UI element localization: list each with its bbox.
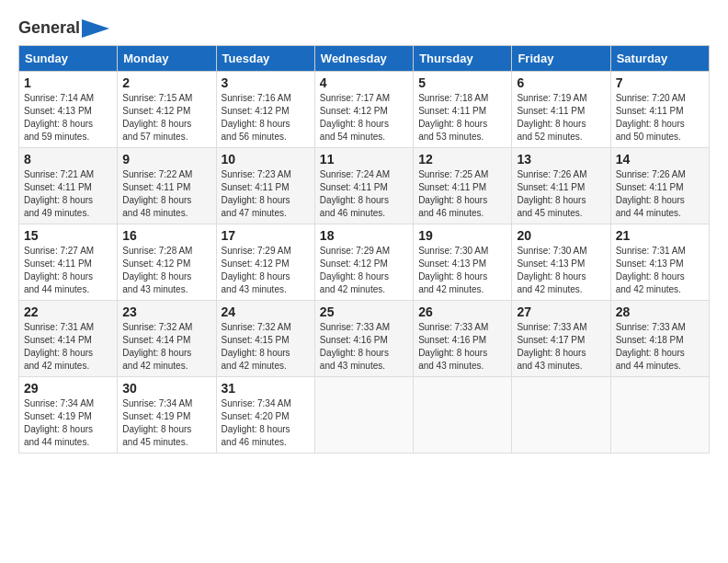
day-number: 17 — [222, 228, 310, 243]
day-number: 30 — [122, 381, 210, 396]
day-info: Sunrise: 7:25 AMSunset: 4:11 PMDaylight:… — [418, 168, 506, 220]
calendar-cell: 5 Sunrise: 7:18 AMSunset: 4:11 PMDayligh… — [414, 72, 512, 148]
calendar-cell: 10 Sunrise: 7:23 AMSunset: 4:11 PMDaylig… — [216, 148, 314, 224]
calendar-cell: 6 Sunrise: 7:19 AMSunset: 4:11 PMDayligh… — [512, 72, 610, 148]
day-info: Sunrise: 7:19 AMSunset: 4:11 PMDaylight:… — [517, 92, 605, 144]
logo-area: General — [18, 18, 109, 38]
day-info: Sunrise: 7:32 AMSunset: 4:14 PMDaylight:… — [122, 321, 210, 373]
calendar-table: SundayMondayTuesdayWednesdayThursdayFrid… — [18, 45, 710, 454]
calendar-cell: 30 Sunrise: 7:34 AMSunset: 4:19 PMDaylig… — [118, 377, 216, 454]
calendar-cell: 24 Sunrise: 7:32 AMSunset: 4:15 PMDaylig… — [216, 301, 314, 377]
calendar-cell: 18 Sunrise: 7:29 AMSunset: 4:12 PMDaylig… — [314, 224, 413, 301]
col-header-saturday: Saturday — [610, 46, 709, 72]
calendar-week-row: 15 Sunrise: 7:27 AMSunset: 4:11 PMDaylig… — [19, 224, 710, 301]
day-number: 24 — [222, 304, 310, 319]
day-number: 9 — [122, 152, 210, 167]
col-header-sunday: Sunday — [19, 46, 118, 72]
day-number: 1 — [24, 75, 112, 90]
day-number: 10 — [222, 152, 310, 167]
day-number: 11 — [320, 152, 408, 167]
day-number: 12 — [418, 152, 506, 167]
day-info: Sunrise: 7:29 AMSunset: 4:12 PMDaylight:… — [222, 245, 310, 296]
day-info: Sunrise: 7:33 AMSunset: 4:16 PMDaylight:… — [418, 321, 506, 373]
calendar-cell: 22 Sunrise: 7:31 AMSunset: 4:14 PMDaylig… — [19, 301, 118, 377]
calendar-cell — [414, 377, 512, 454]
calendar-cell: 16 Sunrise: 7:28 AMSunset: 4:12 PMDaylig… — [118, 224, 216, 301]
day-number: 21 — [616, 228, 704, 243]
day-info: Sunrise: 7:28 AMSunset: 4:12 PMDaylight:… — [122, 245, 210, 296]
calendar-cell: 11 Sunrise: 7:24 AMSunset: 4:11 PMDaylig… — [314, 148, 413, 224]
day-info: Sunrise: 7:20 AMSunset: 4:11 PMDaylight:… — [616, 92, 704, 144]
day-info: Sunrise: 7:15 AMSunset: 4:12 PMDaylight:… — [122, 92, 210, 144]
calendar-cell — [512, 377, 610, 454]
day-info: Sunrise: 7:21 AMSunset: 4:11 PMDaylight:… — [24, 168, 112, 220]
logo-arrow-icon — [82, 19, 109, 38]
calendar-cell: 1 Sunrise: 7:14 AMSunset: 4:13 PMDayligh… — [19, 72, 118, 148]
calendar-cell: 28 Sunrise: 7:33 AMSunset: 4:18 PMDaylig… — [610, 301, 709, 377]
calendar-cell: 25 Sunrise: 7:33 AMSunset: 4:16 PMDaylig… — [314, 301, 413, 377]
day-number: 13 — [517, 152, 605, 167]
day-info: Sunrise: 7:34 AMSunset: 4:20 PMDaylight:… — [222, 397, 310, 449]
day-info: Sunrise: 7:33 AMSunset: 4:18 PMDaylight:… — [616, 321, 704, 373]
day-info: Sunrise: 7:33 AMSunset: 4:16 PMDaylight:… — [320, 321, 408, 373]
day-info: Sunrise: 7:24 AMSunset: 4:11 PMDaylight:… — [320, 168, 408, 220]
calendar-week-row: 8 Sunrise: 7:21 AMSunset: 4:11 PMDayligh… — [19, 148, 710, 224]
day-number: 3 — [222, 75, 310, 90]
day-number: 20 — [517, 228, 605, 243]
day-number: 28 — [616, 304, 704, 319]
day-info: Sunrise: 7:34 AMSunset: 4:19 PMDaylight:… — [122, 397, 210, 449]
day-number: 7 — [616, 75, 704, 90]
day-info: Sunrise: 7:31 AMSunset: 4:14 PMDaylight:… — [24, 321, 112, 373]
calendar-week-row: 22 Sunrise: 7:31 AMSunset: 4:14 PMDaylig… — [19, 301, 710, 377]
day-number: 8 — [24, 152, 112, 167]
day-info: Sunrise: 7:27 AMSunset: 4:11 PMDaylight:… — [24, 245, 112, 296]
calendar-cell: 21 Sunrise: 7:31 AMSunset: 4:13 PMDaylig… — [610, 224, 709, 301]
day-info: Sunrise: 7:22 AMSunset: 4:11 PMDaylight:… — [122, 168, 210, 220]
day-number: 31 — [222, 381, 310, 396]
calendar-cell: 9 Sunrise: 7:22 AMSunset: 4:11 PMDayligh… — [118, 148, 216, 224]
day-number: 23 — [122, 304, 210, 319]
calendar-cell: 31 Sunrise: 7:34 AMSunset: 4:20 PMDaylig… — [216, 377, 314, 454]
calendar-cell: 15 Sunrise: 7:27 AMSunset: 4:11 PMDaylig… — [19, 224, 118, 301]
day-info: Sunrise: 7:23 AMSunset: 4:11 PMDaylight:… — [222, 168, 310, 220]
calendar-cell: 2 Sunrise: 7:15 AMSunset: 4:12 PMDayligh… — [118, 72, 216, 148]
day-info: Sunrise: 7:29 AMSunset: 4:12 PMDaylight:… — [320, 245, 408, 296]
day-info: Sunrise: 7:30 AMSunset: 4:13 PMDaylight:… — [418, 245, 506, 296]
svg-marker-0 — [82, 19, 109, 38]
header: General — [18, 18, 710, 38]
day-number: 14 — [616, 152, 704, 167]
day-number: 6 — [517, 75, 605, 90]
day-number: 4 — [320, 75, 408, 90]
day-info: Sunrise: 7:14 AMSunset: 4:13 PMDaylight:… — [24, 92, 112, 144]
col-header-thursday: Thursday — [414, 46, 512, 72]
day-info: Sunrise: 7:30 AMSunset: 4:13 PMDaylight:… — [517, 245, 605, 296]
calendar-cell: 12 Sunrise: 7:25 AMSunset: 4:11 PMDaylig… — [414, 148, 512, 224]
day-info: Sunrise: 7:34 AMSunset: 4:19 PMDaylight:… — [24, 397, 112, 449]
calendar-cell: 19 Sunrise: 7:30 AMSunset: 4:13 PMDaylig… — [414, 224, 512, 301]
calendar-cell: 27 Sunrise: 7:33 AMSunset: 4:17 PMDaylig… — [512, 301, 610, 377]
calendar-cell — [610, 377, 709, 454]
day-number: 25 — [320, 304, 408, 319]
day-number: 15 — [24, 228, 112, 243]
calendar-cell: 4 Sunrise: 7:17 AMSunset: 4:12 PMDayligh… — [314, 72, 413, 148]
logo-row: General — [18, 18, 109, 38]
calendar-cell: 13 Sunrise: 7:26 AMSunset: 4:11 PMDaylig… — [512, 148, 610, 224]
day-info: Sunrise: 7:26 AMSunset: 4:11 PMDaylight:… — [616, 168, 704, 220]
calendar-cell: 29 Sunrise: 7:34 AMSunset: 4:19 PMDaylig… — [19, 377, 118, 454]
calendar-cell: 3 Sunrise: 7:16 AMSunset: 4:12 PMDayligh… — [216, 72, 314, 148]
day-number: 29 — [24, 381, 112, 396]
logo-general: General — [18, 18, 80, 38]
col-header-wednesday: Wednesday — [314, 46, 413, 72]
calendar-week-row: 1 Sunrise: 7:14 AMSunset: 4:13 PMDayligh… — [19, 72, 710, 148]
day-info: Sunrise: 7:17 AMSunset: 4:12 PMDaylight:… — [320, 92, 408, 144]
day-number: 27 — [517, 304, 605, 319]
day-number: 26 — [418, 304, 506, 319]
day-info: Sunrise: 7:31 AMSunset: 4:13 PMDaylight:… — [616, 245, 704, 296]
day-info: Sunrise: 7:16 AMSunset: 4:12 PMDaylight:… — [222, 92, 310, 144]
day-info: Sunrise: 7:32 AMSunset: 4:15 PMDaylight:… — [222, 321, 310, 373]
day-number: 18 — [320, 228, 408, 243]
day-number: 16 — [122, 228, 210, 243]
calendar-cell: 17 Sunrise: 7:29 AMSunset: 4:12 PMDaylig… — [216, 224, 314, 301]
page-container: General SundayMondayTuesdayWednesdayThur… — [18, 18, 710, 454]
col-header-friday: Friday — [512, 46, 610, 72]
